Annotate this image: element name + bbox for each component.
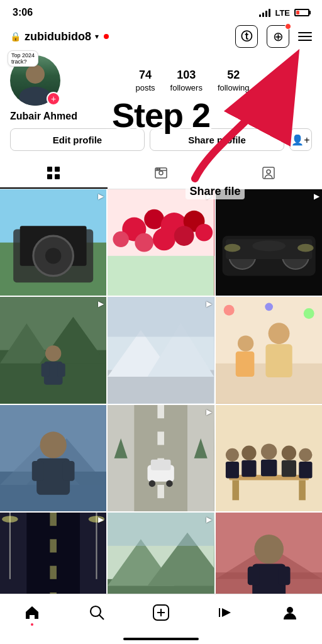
- threads-button[interactable]: ⓣ: [235, 25, 258, 48]
- svg-rect-83: [226, 462, 239, 478]
- video-play-icon: ▶: [98, 192, 104, 201]
- svg-point-34: [224, 244, 240, 252]
- lte-label: LTE: [275, 8, 290, 18]
- status-time: 3:06: [13, 7, 33, 18]
- search-icon: [89, 604, 105, 625]
- svg-point-115: [91, 606, 101, 616]
- add-to-story-button[interactable]: +: [47, 92, 60, 106]
- nav-profile[interactable]: [276, 601, 304, 628]
- posts-count: 74: [136, 69, 155, 82]
- svg-point-86: [261, 443, 277, 459]
- home-indicator: [123, 638, 199, 640]
- svg-point-84: [242, 445, 256, 460]
- grid-item-6[interactable]: [216, 297, 322, 403]
- svg-point-55: [223, 305, 234, 316]
- following-label: following: [218, 83, 250, 92]
- video-play-icon-8: ▶: [206, 408, 212, 416]
- add-friend-icon: 👤+: [291, 134, 309, 146]
- followers-count: 103: [170, 69, 203, 82]
- profile-name: Zubair Ahmed: [10, 111, 312, 122]
- dropdown-arrow-icon: ▾: [95, 32, 99, 41]
- svg-rect-81: [299, 480, 306, 500]
- svg-point-82: [226, 448, 239, 461]
- top-track-label: Top 2024track?: [8, 50, 38, 67]
- nav-reels[interactable]: [211, 601, 239, 628]
- svg-point-77: [166, 480, 173, 487]
- profile-section: Top 2024track? + 74 posts 103 followers …: [0, 53, 322, 158]
- svg-rect-89: [281, 460, 296, 476]
- menu-button[interactable]: [298, 32, 312, 41]
- svg-rect-94: [50, 513, 57, 526]
- followers-stat[interactable]: 103 followers: [170, 69, 203, 93]
- tab-reels[interactable]: [108, 161, 215, 189]
- svg-marker-120: [222, 608, 231, 617]
- grid-item-11[interactable]: ▶: [108, 513, 214, 606]
- svg-rect-106: [108, 513, 214, 546]
- tab-grid[interactable]: [0, 161, 108, 189]
- svg-rect-54: [235, 352, 254, 377]
- svg-point-35: [297, 244, 313, 252]
- nav-add[interactable]: [147, 601, 175, 628]
- grid-item-8[interactable]: ▶: [108, 405, 214, 511]
- video-play-icon-2: ▶: [206, 192, 212, 201]
- svg-point-10: [267, 170, 270, 174]
- grid-item-3[interactable]: ▶: [216, 189, 322, 296]
- grid-item-2[interactable]: ▶: [108, 189, 214, 296]
- video-play-icon-5: ▶: [206, 299, 212, 308]
- add-friend-button[interactable]: 👤+: [289, 128, 312, 151]
- signal-bars-icon: [259, 8, 270, 17]
- photo-grid: ▶ ▶: [0, 189, 322, 606]
- following-count: 52: [218, 69, 250, 82]
- grid-item-1[interactable]: ▶: [0, 189, 106, 296]
- tagged-icon: [262, 166, 275, 183]
- threads-icon: ⓣ: [241, 29, 252, 44]
- svg-rect-52: [265, 344, 292, 377]
- grid-item-4[interactable]: ▶: [0, 297, 106, 403]
- edit-profile-button[interactable]: Edit profile: [10, 128, 145, 151]
- svg-rect-96: [50, 566, 57, 579]
- username-row[interactable]: 🔒 zubidubido8 ▾: [10, 30, 109, 43]
- svg-point-110: [254, 535, 284, 564]
- add-icon: ⊕: [273, 29, 284, 44]
- posts-label: posts: [136, 83, 155, 92]
- add-content-button[interactable]: ⊕: [267, 25, 289, 48]
- svg-rect-71: [158, 485, 165, 498]
- content-tabs: [0, 161, 322, 189]
- stats-row: 74 posts 103 followers 52 following: [73, 69, 312, 93]
- svg-rect-112: [247, 567, 259, 586]
- grid-item-12[interactable]: [216, 513, 322, 606]
- grid-item-10[interactable]: ▶: [0, 513, 106, 606]
- svg-rect-18: [108, 256, 214, 296]
- svg-rect-93: [26, 513, 80, 606]
- nav-home[interactable]: [18, 601, 46, 628]
- photo-grid-container: ▶ ▶: [0, 189, 322, 606]
- svg-point-99: [2, 516, 18, 523]
- svg-point-25: [174, 226, 194, 246]
- tab-tagged[interactable]: [214, 161, 322, 189]
- svg-rect-68: [158, 405, 165, 418]
- svg-rect-48: [108, 297, 214, 336]
- nav-search[interactable]: [83, 601, 111, 628]
- status-icons: LTE: [259, 8, 309, 18]
- svg-point-90: [299, 448, 312, 461]
- posts-stat[interactable]: 74 posts: [136, 69, 155, 93]
- grid-item-7[interactable]: [0, 405, 106, 511]
- grid-icon: [47, 166, 60, 183]
- grid-item-5[interactable]: ▶: [108, 297, 214, 403]
- svg-rect-113: [278, 567, 290, 586]
- svg-rect-3: [55, 174, 60, 179]
- grid-item-9[interactable]: [216, 405, 322, 511]
- following-stat[interactable]: 52 following: [218, 69, 250, 93]
- svg-rect-69: [158, 431, 165, 445]
- battery-icon: [294, 9, 309, 16]
- header-icons: ⓣ ⊕: [235, 25, 312, 48]
- online-indicator: [104, 34, 109, 39]
- svg-rect-42: [42, 364, 50, 377]
- svg-rect-9: [263, 167, 274, 179]
- avatar-container[interactable]: Top 2024track? +: [10, 55, 60, 106]
- share-profile-button[interactable]: Share profile: [150, 128, 284, 151]
- video-play-icon-3: ▶: [314, 192, 319, 201]
- svg-rect-43: [57, 364, 65, 377]
- svg-rect-95: [50, 539, 57, 552]
- svg-point-62: [40, 431, 66, 458]
